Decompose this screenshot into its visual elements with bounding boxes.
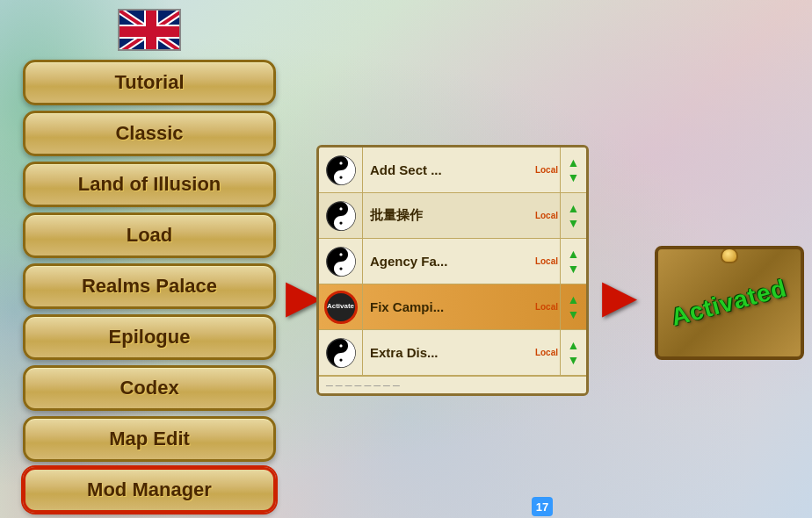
mod-arrows-batch-ops[interactable]: ▲ ▼ xyxy=(560,193,586,238)
arrow-up-agency[interactable]: ▲ xyxy=(568,247,580,261)
mod-icon-agency-fa xyxy=(319,239,363,284)
mod-arrows-add-sect[interactable]: ▲ ▼ xyxy=(560,147,586,192)
svg-point-28 xyxy=(339,358,342,361)
svg-point-23 xyxy=(339,267,342,270)
svg-rect-8 xyxy=(120,26,181,37)
menu-btn-map-edit[interactable]: Map Edit xyxy=(23,416,276,462)
mod-list: Add Sect ... Local ▲ ▼ 批量操作 Local xyxy=(319,147,586,393)
mod-item-extra-dis[interactable]: Extra Dis... Local ▲ ▼ xyxy=(319,330,586,376)
menu-btn-codex[interactable]: Codex xyxy=(23,365,276,411)
right-arrow-indicator: ▶ xyxy=(602,272,634,321)
gold-orb-icon xyxy=(721,248,738,263)
mod-tag-fix-campi: Local xyxy=(535,302,558,312)
mod-icon-add-sect xyxy=(319,147,363,193)
menu-btn-realms-palace[interactable]: Realms Palace xyxy=(23,263,276,309)
arrow-up-add-sect[interactable]: ▲ xyxy=(568,155,580,169)
mod-icon-extra-dis xyxy=(319,330,363,376)
mod-icon-batch-ops xyxy=(319,193,363,239)
arrow-up-fix[interactable]: ▲ xyxy=(568,292,580,306)
arrow-up-extra[interactable]: ▲ xyxy=(568,338,580,352)
left-menu-panel: Tutorial Classic Land of Illusion Load R… xyxy=(13,9,286,513)
menu-btn-land-of-illusion[interactable]: Land of Illusion xyxy=(23,162,276,207)
mod-item-fix-campi[interactable]: Activate Fix Campi... Local ▲ ▼ xyxy=(319,284,586,330)
menu-btn-tutorial[interactable]: Tutorial xyxy=(23,60,276,105)
menu-btn-classic[interactable]: Classic xyxy=(23,111,276,156)
arrow-down-fix[interactable]: ▼ xyxy=(568,307,580,321)
left-arrow-indicator: ▶ xyxy=(286,272,318,321)
mod-name-fix-campi: Fix Campi... xyxy=(363,299,535,314)
mod-name-extra-dis: Extra Dis... xyxy=(363,345,535,360)
arrow-down-add-sect[interactable]: ▼ xyxy=(568,170,580,184)
mod-icon-fix-campi: Activate xyxy=(319,284,363,330)
mod-name-add-sect: Add Sect ... xyxy=(363,162,535,177)
number-badge: 17 xyxy=(532,497,553,516)
mod-arrows-agency-fa[interactable]: ▲ ▼ xyxy=(560,239,586,284)
uk-flag-icon xyxy=(118,9,181,51)
arrow-down-batch[interactable]: ▼ xyxy=(568,216,580,230)
mod-tag-batch-ops: Local xyxy=(535,211,558,220)
activated-panel: Activated xyxy=(655,246,804,360)
mod-arrows-fix-campi[interactable]: ▲ ▼ xyxy=(560,284,586,329)
arrow-down-extra[interactable]: ▼ xyxy=(568,353,580,367)
mod-item-add-sect[interactable]: Add Sect ... Local ▲ ▼ xyxy=(319,147,586,193)
svg-point-12 xyxy=(339,162,342,164)
activate-icon-label: Activate xyxy=(327,303,354,311)
svg-point-13 xyxy=(339,176,342,178)
arrow-down-agency[interactable]: ▼ xyxy=(568,262,580,276)
mod-tag-extra-dis: Local xyxy=(535,348,558,357)
mod-item-agency-fa[interactable]: Agency Fa... Local ▲ ▼ xyxy=(319,239,586,284)
mod-name-batch-ops: 批量操作 xyxy=(363,207,535,224)
menu-btn-mod-manager[interactable]: Mod Manager xyxy=(23,467,276,513)
menu-btn-epilogue[interactable]: Epilogue xyxy=(23,314,276,360)
svg-point-22 xyxy=(339,253,342,255)
menu-btn-load[interactable]: Load xyxy=(23,212,276,258)
mod-name-agency-fa: Agency Fa... xyxy=(363,254,535,269)
partial-row-text: ─ ─ ─ ─ ─ ─ ─ ─ xyxy=(326,380,400,391)
mod-item-batch-ops[interactable]: 批量操作 Local ▲ ▼ xyxy=(319,193,586,239)
mod-tag-add-sect: Local xyxy=(535,165,558,175)
activated-text: Activated xyxy=(669,274,791,332)
arrow-up-batch[interactable]: ▲ xyxy=(568,201,580,215)
mod-panel: Add Sect ... Local ▲ ▼ 批量操作 Local xyxy=(316,145,589,396)
activate-icon: Activate xyxy=(324,291,358,324)
svg-point-17 xyxy=(339,207,342,210)
svg-point-27 xyxy=(339,344,342,347)
mod-tag-agency-fa: Local xyxy=(535,256,558,266)
mod-arrows-extra-dis[interactable]: ▲ ▼ xyxy=(560,330,586,375)
svg-point-18 xyxy=(339,221,342,224)
mod-item-partial: ─ ─ ─ ─ ─ ─ ─ ─ xyxy=(319,376,586,393)
